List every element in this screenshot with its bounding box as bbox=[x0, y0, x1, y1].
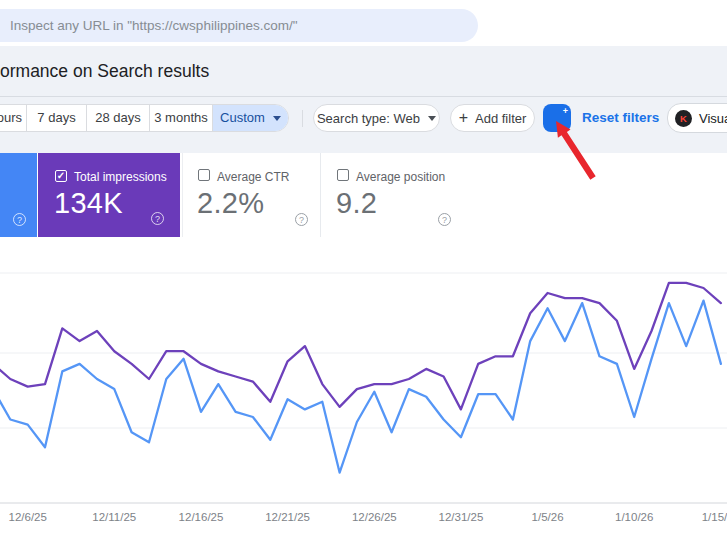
search-type-label: Search type: Web bbox=[317, 111, 420, 126]
date-range-custom-label: Custom bbox=[220, 110, 265, 125]
date-range-segmented-control: ours 7 days 28 days 3 months Custom bbox=[0, 104, 289, 132]
chevron-down-icon bbox=[273, 116, 281, 121]
add-filter-label: Add filter bbox=[475, 111, 526, 126]
date-range-7-days[interactable]: 7 days bbox=[26, 105, 86, 131]
impressions-label: Total impressions bbox=[74, 170, 167, 184]
series-line-clicks bbox=[0, 301, 721, 473]
ctr-checkbox[interactable] bbox=[198, 169, 210, 181]
date-range-custom[interactable]: Custom bbox=[212, 105, 288, 131]
visualize-button[interactable]: K Visual bbox=[667, 103, 727, 133]
reset-filters-link[interactable]: Reset filters bbox=[582, 110, 659, 125]
total-impressions-tile[interactable]: ✓ Total impressions 134K ? bbox=[38, 153, 180, 237]
series-layer bbox=[0, 283, 721, 473]
x-axis-label: 1/15/26 bbox=[702, 511, 727, 523]
impressions-checkbox[interactable]: ✓ bbox=[55, 170, 67, 182]
divider bbox=[0, 96, 727, 97]
average-ctr-tile[interactable]: Average CTR 2.2% ? bbox=[182, 153, 318, 237]
search-type-dropdown[interactable]: Search type: Web bbox=[313, 104, 440, 132]
total-clicks-tile-partial[interactable]: ? bbox=[0, 153, 37, 237]
series-line-total-impressions bbox=[0, 283, 721, 410]
toolbar-divider bbox=[302, 110, 303, 127]
date-range-28-days[interactable]: 28 days bbox=[86, 105, 149, 131]
x-axis-label: 12/6/25 bbox=[9, 511, 47, 523]
average-position-tile[interactable]: Average position 9.2 ? bbox=[320, 153, 462, 237]
ctr-value: 2.2% bbox=[197, 187, 264, 220]
position-checkbox[interactable] bbox=[337, 169, 349, 181]
plus-icon: + bbox=[459, 109, 468, 127]
date-range-24-hours[interactable]: ours bbox=[0, 105, 26, 131]
position-value: 9.2 bbox=[336, 187, 377, 220]
keywords-everywhere-icon: K bbox=[675, 110, 692, 127]
x-axis-label: 12/26/25 bbox=[352, 511, 397, 523]
impressions-value: 134K bbox=[54, 187, 123, 220]
chevron-down-icon bbox=[428, 116, 436, 121]
header-band: ormance on Search results ours 7 days 28… bbox=[0, 46, 727, 153]
plus-icon: + bbox=[563, 107, 568, 116]
ctr-label: Average CTR bbox=[217, 170, 289, 184]
x-axis-label: 1/10/26 bbox=[615, 511, 653, 523]
x-axis-label: 12/16/25 bbox=[179, 511, 224, 523]
add-filter-button[interactable]: +Add filter bbox=[450, 104, 535, 132]
x-axis-label: 12/11/25 bbox=[92, 511, 136, 523]
help-icon[interactable]: ? bbox=[295, 213, 308, 226]
url-inspection-input[interactable] bbox=[10, 9, 450, 42]
x-axis-labels: 12/6/2512/11/2512/16/2512/21/2512/26/251… bbox=[9, 511, 727, 523]
performance-chart-svg[interactable]: 12/6/2512/11/2512/16/2512/21/2512/26/251… bbox=[0, 237, 727, 545]
page-title: ormance on Search results bbox=[0, 61, 209, 82]
x-axis-label: 1/5/26 bbox=[532, 511, 564, 523]
url-inspection-bar bbox=[0, 9, 478, 42]
help-icon[interactable]: ? bbox=[151, 212, 164, 225]
help-icon[interactable]: ? bbox=[13, 213, 26, 226]
filter-button[interactable]: + bbox=[543, 104, 571, 132]
visualize-label: Visual bbox=[699, 111, 727, 126]
position-label: Average position bbox=[356, 170, 445, 184]
help-icon[interactable]: ? bbox=[438, 213, 451, 226]
x-axis-label: 12/31/25 bbox=[439, 511, 484, 523]
date-range-3-months[interactable]: 3 months bbox=[149, 105, 212, 131]
x-axis-label: 12/21/25 bbox=[265, 511, 310, 523]
